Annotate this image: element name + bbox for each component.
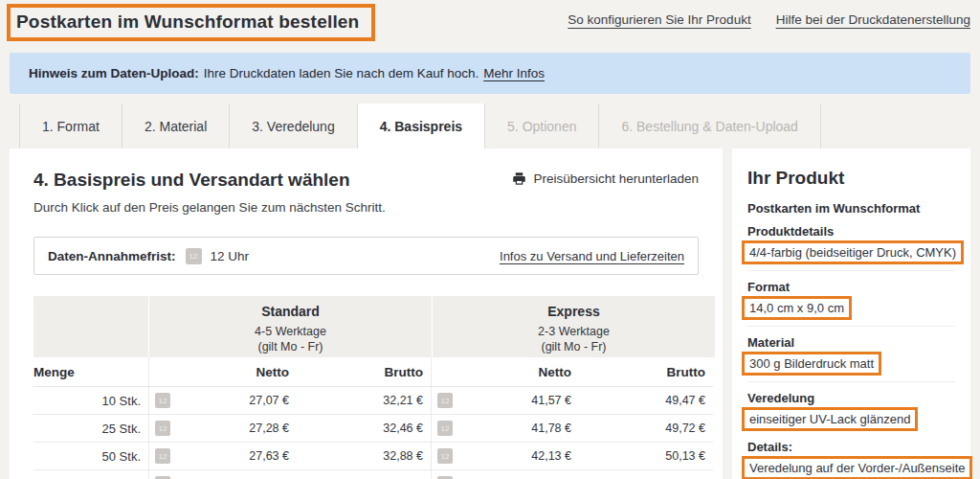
- clock-12-badge-icon: 12: [155, 421, 170, 436]
- price-table: Standard 4-5 Werktage (gilt Mo - Fr) Exp…: [33, 296, 713, 479]
- clock-12-badge-icon: 12: [437, 448, 453, 464]
- quantity-cell[interactable]: 10 Stk.: [33, 387, 148, 414]
- group-header-express: Express 2-3 Werktage (gilt Mo - Fr): [433, 296, 715, 357]
- clock-12-badge-icon: 12: [437, 393, 453, 408]
- page-title: Postkarten im Wunschformat bestellen: [16, 11, 359, 33]
- data-upload-notice-banner: Hinweis zum Daten-Upload: Ihre Druckdate…: [10, 53, 970, 94]
- express-brutto-price[interactable]: 50,13 €: [579, 443, 713, 469]
- deadline-value: 12 Uhr: [211, 249, 250, 263]
- link-printdata-help[interactable]: Hilfe bei der Druckdatenerstellung: [776, 12, 970, 27]
- standard-brutto-price[interactable]: 32,88 €: [297, 443, 431, 469]
- price-overview-download-link[interactable]: Preisübersicht herunterladen: [512, 171, 699, 186]
- link-configure-help[interactable]: So konfigurieren Sie Ihr Produkt: [568, 12, 750, 27]
- tab-basispreis[interactable]: 4. Basispreis: [358, 103, 485, 148]
- quantity-cell[interactable]: 50 Stk.: [33, 443, 148, 469]
- sidebar-section-value-highlighted-3: einseitiger UV-Lack glänzend: [742, 407, 918, 431]
- price-table-rows: 10 Stk.1227,07 €32,21 €1241,57 €49,47 €2…: [33, 387, 713, 479]
- price-row-50Stk: 50 Stk.1227,63 €32,88 €1242,13 €50,13 €: [33, 443, 713, 470]
- page-title-highlight-box: Postkarten im Wunschformat bestellen: [7, 4, 375, 41]
- col-express-brutto: Brutto: [579, 357, 713, 386]
- sidebar-product-name: Postkarten im Wunschformat: [747, 201, 955, 216]
- express-brutto-price[interactable]: 49,47 €: [579, 387, 713, 414]
- sidebar-section-label-3: Veredelung: [747, 391, 955, 405]
- clock-12-badge-icon: 12: [155, 448, 170, 464]
- tab-material[interactable]: 2. Material: [122, 103, 230, 148]
- step-tabs: 1. Format2. Material3. Veredelung4. Basi…: [19, 103, 821, 148]
- sidebar-section-label-4: Details:: [747, 440, 955, 454]
- standard-brutto-price[interactable]: 32,21 €: [297, 387, 431, 414]
- standard-netto-price[interactable]: 1227,28 €: [148, 415, 297, 442]
- group-header-standard: Standard 4-5 Werktage (gilt Mo - Fr): [149, 296, 432, 357]
- standard-netto-price[interactable]: 1227,07 €: [148, 387, 297, 414]
- basispreis-panel: 4. Basispreis und Versandart wählen Prei…: [10, 148, 723, 479]
- quantity-cell[interactable]: 25 Stk.: [33, 415, 148, 442]
- printer-icon: [512, 171, 526, 186]
- express-brutto-price[interactable]: 49,72 €: [579, 415, 713, 442]
- express-netto-price: 12: [431, 470, 579, 479]
- section-subheading: Durch Klick auf den Preis gelangen Sie z…: [33, 200, 699, 215]
- sidebar-section-value-highlighted-0: 4/4-farbig (beidseitiger Druck, CMYK): [742, 240, 964, 264]
- notice-label: Hinweis zum Daten-Upload:: [29, 66, 199, 80]
- shipping-info-link[interactable]: Infos zu Versand und Lieferzeiten: [500, 249, 684, 263]
- standard-brutto-price[interactable]: 32,46 €: [297, 415, 431, 442]
- col-express-netto: Netto: [431, 357, 579, 386]
- express-netto-price[interactable]: 1241,57 €: [431, 387, 579, 414]
- clock-12-badge-icon: 12: [186, 248, 202, 264]
- sidebar-divider: [747, 326, 955, 327]
- price-row-10Stk: 10 Stk.1227,07 €32,21 €1241,57 €49,47 €: [33, 387, 713, 415]
- sidebar-section-value-highlighted-2: 300 g Bilderdruck matt: [742, 352, 881, 376]
- sidebar-title: Ihr Produkt: [747, 168, 955, 189]
- notice-more-info-link[interactable]: Mehr Infos: [483, 66, 545, 80]
- tab-format[interactable]: 1. Format: [19, 103, 122, 148]
- sidebar-section-label-2: Material: [747, 335, 955, 350]
- standard-netto-price[interactable]: 1227,63 €: [148, 443, 297, 469]
- price-row-25Stk: 25 Stk.1227,28 €32,46 €1241,78 €49,72 €: [33, 415, 713, 443]
- tab-bestellung: 6. Bestellung & Daten-Upload: [599, 103, 820, 148]
- deadline-bar: Daten-Annahmefrist: 12 12 Uhr Infos zu V…: [33, 237, 699, 275]
- sidebar-section-label-1: Format: [747, 280, 955, 294]
- deadline-label: Daten-Annahmefrist:: [48, 249, 176, 263]
- group-header-empty: [33, 296, 148, 357]
- price-row-partial: 1212: [33, 470, 713, 479]
- standard-netto-price: 12: [148, 470, 297, 479]
- tab-optionen: 5. Optionen: [485, 103, 599, 148]
- col-standard-brutto: Brutto: [297, 357, 431, 386]
- sidebar-section-value-highlighted-4: Veredelung auf der Vorder-/Außenseite: [742, 456, 972, 479]
- price-table-column-header: Menge Netto Brutto Netto Brutto: [33, 357, 713, 387]
- tab-veredelung[interactable]: 3. Veredelung: [230, 103, 357, 148]
- sidebar-divider: [747, 270, 955, 271]
- header-help-links: So konfigurieren Sie Ihr Produkt Hilfe b…: [568, 12, 970, 27]
- sidebar-section-label-0: Produktdetails: [747, 224, 955, 239]
- clock-12-badge-icon: 12: [155, 393, 170, 408]
- express-netto-price[interactable]: 1241,78 €: [431, 415, 579, 442]
- notice-text: Ihre Druckdaten laden Sie nach dem Kauf …: [204, 66, 479, 80]
- standard-brutto-price: [297, 470, 431, 479]
- quantity-cell: [33, 470, 148, 479]
- sidebar-divider: [747, 381, 955, 382]
- section-heading: 4. Basispreis und Versandart wählen: [33, 170, 350, 191]
- price-overview-download-label: Preisübersicht herunterladen: [533, 171, 699, 186]
- col-standard-netto: Netto: [148, 357, 297, 386]
- express-netto-price[interactable]: 1242,13 €: [431, 443, 579, 469]
- sidebar-sections: Produktdetails4/4-farbig (beidseitiger D…: [747, 224, 955, 479]
- sidebar-section-value-highlighted-1: 14,0 cm x 9,0 cm: [742, 296, 852, 320]
- clock-12-badge-icon: 12: [437, 421, 453, 436]
- col-menge: Menge: [33, 357, 148, 386]
- product-summary-sidebar: Ihr Produkt Postkarten im Wunschformat P…: [732, 148, 970, 479]
- express-brutto-price: [579, 470, 713, 479]
- shipping-group-header: Standard 4-5 Werktage (gilt Mo - Fr) Exp…: [33, 296, 713, 357]
